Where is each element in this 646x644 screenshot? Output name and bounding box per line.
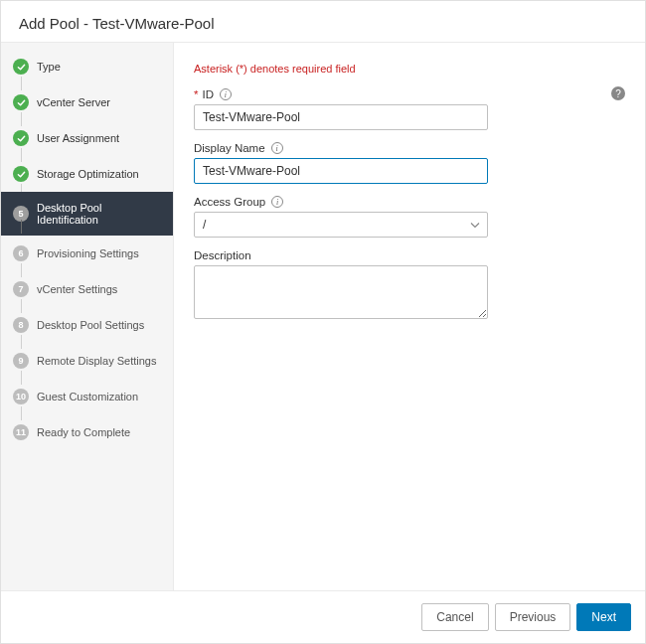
info-icon[interactable]: i [271,142,283,154]
id-input[interactable] [194,104,488,130]
check-icon [13,130,29,146]
access-group-select[interactable]: / [194,212,488,238]
access-group-select-wrap: / [194,212,488,238]
wizard-sidebar: TypevCenter ServerUser AssignmentStorage… [1,43,174,590]
step-label: Type [37,61,61,73]
access-group-label: Access Group [194,196,265,208]
step-label: vCenter Server [37,96,110,108]
wizard-step[interactable]: User Assignment [1,120,173,156]
step-number-icon: 11 [13,424,29,440]
wizard-step[interactable]: 11Ready to Complete [1,414,173,450]
field-id: * ID i [194,88,625,130]
step-label: Desktop Pool Settings [37,319,144,331]
info-icon[interactable]: i [220,88,232,100]
step-number-icon: 10 [13,389,29,404]
step-label: Ready to Complete [37,426,130,438]
display-name-label: Display Name [194,142,265,154]
step-label: Guest Customization [37,391,138,402]
access-group-label-row: Access Group i [194,196,625,208]
step-number-icon: 9 [13,353,29,369]
field-access-group: Access Group i / [194,196,625,238]
wizard-step[interactable]: Storage Optimization [1,156,173,192]
add-pool-dialog: Add Pool - Test-VMware-Pool TypevCenter … [0,0,646,644]
step-number-icon: 6 [13,245,29,261]
step-label: Remote Display Settings [37,355,156,367]
required-field-note: Asterisk (*) denotes required field [194,63,625,75]
wizard-step[interactable]: 8Desktop Pool Settings [1,307,173,343]
step-label: vCenter Settings [37,283,117,295]
check-icon [13,94,29,110]
check-icon [13,166,29,182]
field-display-name: Display Name i [194,142,625,184]
field-description: Description [194,249,625,322]
step-label: Provisioning Settings [37,247,139,259]
dialog-body: TypevCenter ServerUser AssignmentStorage… [1,43,645,590]
wizard-step[interactable]: Type [1,49,173,84]
dialog-footer: Cancel Previous Next [1,590,645,643]
display-name-label-row: Display Name i [194,142,625,154]
id-label-row: * ID i [194,88,625,100]
description-label: Description [194,249,251,261]
step-label: Desktop Pool Identification [37,202,161,226]
step-connector [21,220,22,234]
cancel-button[interactable]: Cancel [421,603,488,631]
display-name-input[interactable] [194,158,488,184]
description-label-row: Description [194,249,625,261]
required-asterisk: * [194,88,198,100]
next-button[interactable]: Next [576,603,631,631]
description-textarea[interactable] [194,265,488,319]
wizard-step[interactable]: 5Desktop Pool Identification [1,192,173,236]
help-icon[interactable]: ? [611,86,625,100]
step-number-icon: 8 [13,317,29,333]
wizard-step[interactable]: 6Provisioning Settings [1,236,173,271]
previous-button[interactable]: Previous [495,603,571,631]
step-label: User Assignment [37,132,119,144]
wizard-content: Asterisk (*) denotes required field ? * … [174,43,645,590]
wizard-step[interactable]: 7vCenter Settings [1,271,173,307]
step-label: Storage Optimization [37,168,139,180]
wizard-step[interactable]: vCenter Server [1,84,173,120]
id-label: ID [202,88,214,100]
info-icon[interactable]: i [271,196,283,208]
wizard-step[interactable]: 9Remote Display Settings [1,343,173,379]
dialog-header: Add Pool - Test-VMware-Pool [1,1,645,43]
check-icon [13,59,29,75]
step-number-icon: 7 [13,281,29,297]
dialog-title: Add Pool - Test-VMware-Pool [19,15,214,32]
wizard-step[interactable]: 10Guest Customization [1,379,173,414]
